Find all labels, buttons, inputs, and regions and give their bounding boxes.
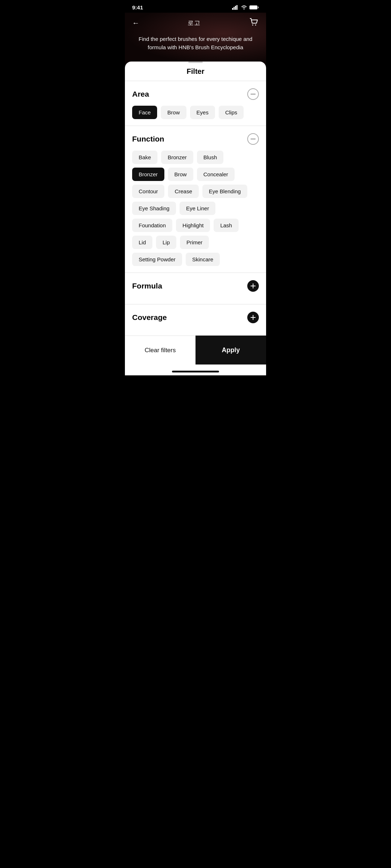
- status-icons: [232, 5, 259, 10]
- chip-primer[interactable]: Primer: [180, 236, 209, 249]
- bottom-buttons: Clear filters Apply: [125, 336, 266, 365]
- coverage-title: Coverage: [132, 313, 167, 322]
- minus-icon: [251, 94, 256, 94]
- svg-rect-1: [234, 7, 235, 10]
- chip-brow[interactable]: Brow: [161, 106, 186, 119]
- chip-bronzer-1[interactable]: Bronzer: [161, 151, 193, 164]
- svg-rect-3: [236, 5, 237, 10]
- clear-filters-button[interactable]: Clear filters: [125, 336, 196, 365]
- svg-rect-6: [258, 7, 259, 8]
- home-indicator: [125, 365, 266, 375]
- chip-bronzer-2[interactable]: Bronzer: [132, 168, 164, 181]
- chip-clips[interactable]: Clips: [219, 106, 244, 119]
- status-time: 9:41: [132, 4, 143, 10]
- formula-toggle-button[interactable]: [247, 280, 259, 292]
- chip-eyes[interactable]: Eyes: [190, 106, 215, 119]
- sheet-title: Filter: [125, 67, 266, 81]
- wifi-icon: [241, 5, 247, 10]
- function-section: Function Bake Bronzer Blush Bronzer Brow…: [125, 126, 266, 273]
- cart-icon: [249, 17, 259, 27]
- svg-point-8: [255, 25, 256, 26]
- filter-sheet: Filter Area Face Brow Eyes Clips Functio…: [125, 62, 266, 375]
- sheet-handle: [188, 62, 203, 63]
- chip-eye-liner[interactable]: Eye Liner: [180, 202, 215, 215]
- chip-highlight[interactable]: Highlight: [176, 219, 210, 232]
- coverage-section: Coverage: [125, 304, 266, 336]
- battery-icon: [249, 5, 259, 10]
- plus-icon: [251, 283, 256, 288]
- area-toggle-button[interactable]: [247, 88, 259, 100]
- chip-eye-blending[interactable]: Eye Blending: [202, 185, 247, 198]
- chip-crease[interactable]: Crease: [168, 185, 198, 198]
- chip-foundation[interactable]: Foundation: [132, 219, 172, 232]
- formula-title: Formula: [132, 282, 162, 290]
- formula-section: Formula: [125, 273, 266, 304]
- coverage-section-header: Coverage: [132, 312, 259, 323]
- function-toggle-button[interactable]: [247, 133, 259, 145]
- coverage-toggle-button[interactable]: [247, 312, 259, 323]
- chip-brow-fn[interactable]: Brow: [168, 168, 193, 181]
- svg-rect-10: [251, 286, 256, 286]
- area-chips: Face Brow Eyes Clips: [132, 106, 259, 119]
- signal-icon: [232, 5, 239, 10]
- svg-point-4: [244, 9, 245, 10]
- home-indicator-bar: [172, 371, 219, 372]
- svg-rect-0: [232, 8, 233, 10]
- nav-bar: ← 로고: [132, 17, 259, 29]
- svg-rect-2: [235, 6, 236, 10]
- chip-contour[interactable]: Contour: [132, 185, 164, 198]
- function-section-header: Function: [132, 133, 259, 145]
- area-title: Area: [132, 90, 149, 98]
- hero-section: ← 로고 Find the perfect brushes for every …: [125, 13, 266, 64]
- function-title: Function: [132, 135, 164, 143]
- plus-icon: [251, 315, 256, 320]
- apply-button[interactable]: Apply: [196, 336, 266, 365]
- chip-setting-powder[interactable]: Setting Powder: [132, 253, 182, 266]
- logo: 로고: [188, 19, 201, 27]
- area-section: Area Face Brow Eyes Clips: [125, 81, 266, 126]
- chip-face[interactable]: Face: [132, 106, 157, 119]
- svg-rect-12: [251, 317, 256, 318]
- cart-button[interactable]: [249, 17, 259, 29]
- formula-section-header: Formula: [132, 280, 259, 292]
- hero-description: Find the perfect brushes for every techi…: [132, 35, 259, 51]
- chip-bake[interactable]: Bake: [132, 151, 157, 164]
- chip-skincare[interactable]: Skincare: [186, 253, 220, 266]
- area-section-header: Area: [132, 88, 259, 100]
- chip-lip[interactable]: Lip: [156, 236, 176, 249]
- function-chips: Bake Bronzer Blush Bronzer Brow Conceale…: [132, 151, 259, 266]
- status-bar: 9:41: [125, 0, 266, 13]
- back-button[interactable]: ←: [132, 19, 139, 27]
- chip-lid[interactable]: Lid: [132, 236, 152, 249]
- chip-lash[interactable]: Lash: [214, 219, 239, 232]
- chip-blush[interactable]: Blush: [197, 151, 224, 164]
- svg-rect-5: [249, 5, 257, 9]
- chip-concealer[interactable]: Concealer: [197, 168, 235, 181]
- svg-point-7: [252, 25, 253, 26]
- minus-icon: [251, 139, 256, 139]
- chip-eye-shading[interactable]: Eye Shading: [132, 202, 176, 215]
